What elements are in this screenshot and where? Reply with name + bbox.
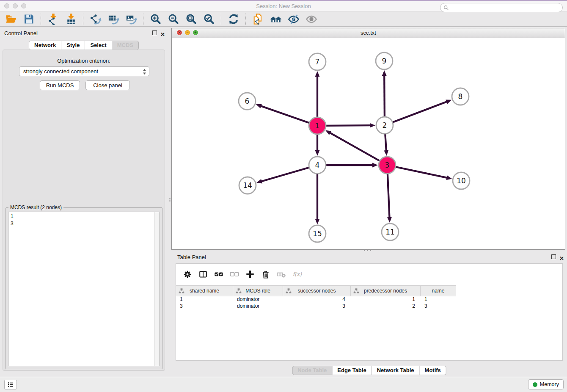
export-image-button[interactable] <box>124 12 139 26</box>
export-network-button[interactable] <box>88 12 103 26</box>
zoom-selected-icon <box>203 13 215 25</box>
hide-selected-button[interactable] <box>286 12 301 26</box>
node-label: 1 <box>315 121 320 130</box>
select-all-rows-button[interactable] <box>212 268 226 281</box>
graph-node-15[interactable]: 15 <box>309 225 326 242</box>
zoom-out-button[interactable] <box>166 12 181 26</box>
zoom-fit-button[interactable] <box>184 12 199 26</box>
graph-edge-1-6[interactable] <box>256 104 317 126</box>
node-table-card: f(x) shared nameMCDS rolesuccessor nodes… <box>176 263 563 361</box>
cell-MCDS-role[interactable]: dominator <box>233 303 283 309</box>
run-mcds-button[interactable]: Run MCDS <box>40 80 80 90</box>
open-session-button[interactable] <box>3 12 19 26</box>
mcds-result-group: MCDS result (2 nodes) 1 3 <box>6 207 162 369</box>
add-column-button[interactable] <box>243 268 257 281</box>
save-session-button[interactable] <box>21 12 36 26</box>
mcds-result-textarea[interactable]: 1 3 <box>8 212 160 366</box>
toolbar-separator <box>83 14 84 25</box>
graph-node-3[interactable]: 3 <box>379 157 396 174</box>
table-row[interactable]: 3dominator323 <box>176 303 456 309</box>
cell-shared-name[interactable]: 1 <box>176 296 233 303</box>
graph-node-2[interactable]: 2 <box>376 117 393 134</box>
column-browser-button[interactable] <box>196 268 210 281</box>
cell-predecessor-nodes[interactable]: 1 <box>351 296 421 303</box>
table-panel-close-button[interactable]: ✕ <box>559 254 565 260</box>
column-header-name[interactable]: name <box>421 286 456 296</box>
graph-node-7[interactable]: 7 <box>309 53 326 70</box>
tab-node-table[interactable]: Node Table <box>292 366 332 375</box>
memory-status-dot <box>533 382 537 387</box>
column-header-MCDS-role[interactable]: MCDS role <box>233 286 283 296</box>
close-panel-button[interactable]: Close panel <box>85 80 130 90</box>
clone-network-button[interactable] <box>250 12 266 26</box>
network-canvas[interactable]: 1234678910111415 <box>172 38 565 249</box>
tab-motifs[interactable]: Motifs <box>420 366 446 375</box>
first-neighbors-icon <box>270 13 282 25</box>
table-settings-gear-button[interactable] <box>180 268 195 281</box>
graph-node-6[interactable]: 6 <box>239 93 256 110</box>
tab-network-table[interactable]: Network Table <box>372 366 420 375</box>
zoom-in-button[interactable] <box>148 12 163 26</box>
graph-edge-4-14[interactable] <box>256 165 317 183</box>
cell-MCDS-role[interactable]: dominator <box>233 296 283 303</box>
column-header-successor-nodes[interactable]: successor nodes <box>283 286 351 296</box>
graph-node-9[interactable]: 9 <box>376 52 393 69</box>
clone-network-icon <box>252 13 264 25</box>
node-label: 6 <box>245 97 250 105</box>
tab-select[interactable]: Select <box>85 41 112 50</box>
column-header-shared-name[interactable]: shared name <box>176 286 233 296</box>
node-label: 10 <box>457 177 466 185</box>
show-all-icon <box>306 13 317 25</box>
svg-text:f(x): f(x) <box>293 271 302 277</box>
tab-network[interactable]: Network <box>29 41 61 50</box>
import-network-button[interactable] <box>46 12 61 26</box>
control-panel-float-button[interactable] <box>152 30 158 36</box>
memory-button[interactable]: Memory <box>528 379 564 389</box>
refresh-layout-button[interactable] <box>226 12 241 26</box>
graph-edge-3-1[interactable] <box>325 130 387 165</box>
graph-node-4[interactable]: 4 <box>309 157 326 174</box>
cell-predecessor-nodes[interactable]: 2 <box>351 303 421 309</box>
import-table-button[interactable] <box>63 12 79 26</box>
main-toolbar <box>0 11 567 27</box>
cell-successor-nodes[interactable]: 3 <box>283 303 351 309</box>
graph-node-14[interactable]: 14 <box>239 177 256 194</box>
graph-edge-3-10[interactable] <box>387 165 452 180</box>
cell-shared-name[interactable]: 3 <box>176 303 233 309</box>
toolbar-separator <box>143 14 144 25</box>
graph-node-1[interactable]: 1 <box>309 117 326 134</box>
zoom-selected-button[interactable] <box>201 12 217 26</box>
function-builder-button: f(x) <box>290 268 304 281</box>
table-row[interactable]: 1dominator411 <box>176 296 456 303</box>
vertical-splitter[interactable] <box>168 27 171 377</box>
search-input[interactable] <box>449 4 562 11</box>
control-panel-close-button[interactable]: ✕ <box>160 30 166 36</box>
export-table-button[interactable] <box>106 12 121 26</box>
table-body: 1dominator4113dominator323 <box>176 296 456 309</box>
column-tree-icon <box>353 288 359 294</box>
column-header-predecessor-nodes[interactable]: predecessor nodes <box>351 286 421 296</box>
graph-node-10[interactable]: 10 <box>453 172 470 189</box>
cell-successor-nodes[interactable]: 4 <box>283 296 351 303</box>
table-panel-float-button[interactable] <box>551 254 557 260</box>
refresh-layout-icon <box>228 13 239 25</box>
app-window: Session: New Session Control Panel ✕ Net… <box>0 0 567 392</box>
graph-edge-2-8[interactable] <box>385 99 451 125</box>
show-panels-button[interactable] <box>4 380 17 389</box>
criterion-select[interactable]: strongly connected component <box>19 66 149 76</box>
tab-mcds[interactable]: MCDS <box>112 41 139 50</box>
graph-node-11[interactable]: 11 <box>382 224 399 240</box>
delete-rows-button[interactable] <box>259 268 273 281</box>
graph-node-8[interactable]: 8 <box>452 88 469 105</box>
deselect-all-rows-button[interactable] <box>227 268 242 281</box>
result-scrollbar[interactable] <box>154 212 160 366</box>
mcds-panel: Optimization criterion: strongly connect… <box>3 50 165 371</box>
tab-style[interactable]: Style <box>61 41 85 50</box>
tab-edge-table[interactable]: Edge Table <box>332 366 372 375</box>
cell-name[interactable]: 1 <box>421 296 456 303</box>
column-tree-icon <box>236 288 242 294</box>
search-box[interactable] <box>440 3 563 12</box>
graph-edge-4-3[interactable] <box>317 163 378 168</box>
cell-name[interactable]: 3 <box>421 303 456 309</box>
first-neighbors-button[interactable] <box>268 12 284 26</box>
